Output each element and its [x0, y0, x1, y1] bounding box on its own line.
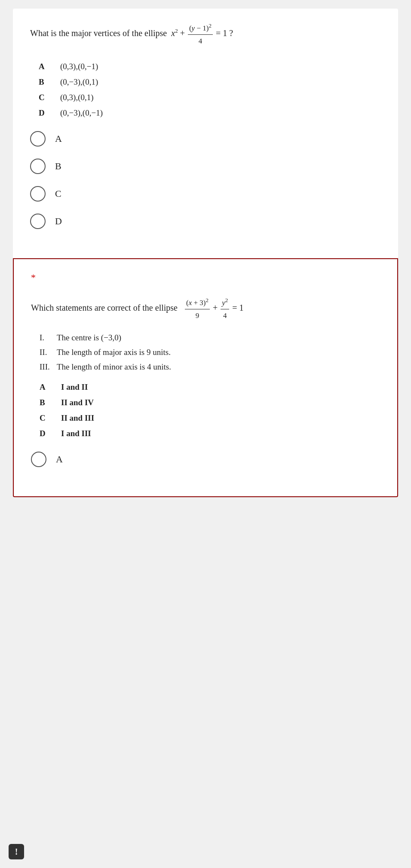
q2-statements: I. The centre is (−3,0) II. The length o…	[31, 333, 380, 372]
q2-opt-label-B: B	[31, 395, 57, 410]
q1-radio-circle-A[interactable]	[30, 131, 46, 147]
q1-opt-value-D: (0,−3),(0,−1)	[56, 105, 381, 121]
q1-options-table: A (0,3),(0,−1) B (0,−3),(0,1) C (0,3),(0…	[30, 59, 381, 121]
q2-radio-label-A: A	[56, 454, 63, 465]
q1-opt-label-C: C	[30, 90, 56, 105]
question-1-text: What is the major vertices of the ellips…	[30, 21, 381, 47]
q2-opt-value-C: II and III	[57, 410, 380, 426]
q1-option-A: A (0,3),(0,−1)	[30, 59, 381, 74]
q2-text-before: Which statements are correct of the elli…	[31, 303, 178, 312]
q1-opt-value-B: (0,−3),(0,1)	[56, 74, 381, 90]
q2-radio-group: A	[31, 452, 380, 467]
q2-option-B: B II and IV	[31, 395, 380, 410]
q2-opt-value-D: I and III	[57, 426, 380, 441]
q2-stmt-num-I: I.	[31, 333, 57, 342]
q1-opt-value-A: (0,3),(0,−1)	[56, 59, 381, 74]
q1-radio-A[interactable]: A	[30, 131, 381, 147]
q2-stmt-num-III: III.	[31, 362, 57, 372]
q1-opt-value-C: (0,3),(0,1)	[56, 90, 381, 105]
q2-stmt-text-I: The centre is (−3,0)	[57, 333, 121, 342]
q2-stmt-num-II: II.	[31, 348, 57, 357]
q2-option-C: C II and III	[31, 410, 380, 426]
q2-equation: (x + 3)2 9 + y2 4 = 1	[180, 303, 244, 312]
q1-option-B: B (0,−3),(0,1)	[30, 74, 381, 90]
q1-radio-B[interactable]: B	[30, 159, 381, 174]
q2-opt-label-C: C	[31, 410, 57, 426]
q2-radio-circle-A[interactable]	[31, 452, 46, 467]
q1-radio-circle-D[interactable]	[30, 214, 46, 229]
q2-opt-value-B: II and IV	[57, 395, 380, 410]
question-1-card: What is the major vertices of the ellips…	[13, 9, 398, 258]
q1-radio-label-B: B	[55, 161, 61, 172]
question-2-card: * Which statements are correct of the el…	[13, 258, 398, 498]
q1-radio-D[interactable]: D	[30, 214, 381, 229]
question-2-text: Which statements are correct of the elli…	[31, 296, 380, 321]
q1-radio-circle-C[interactable]	[30, 186, 46, 202]
q1-radio-label-C: C	[55, 188, 61, 199]
q1-opt-label-D: D	[30, 105, 56, 121]
q2-radio-A[interactable]: A	[31, 452, 380, 467]
q1-radio-circle-B[interactable]	[30, 159, 46, 174]
q2-stmt-text-II: The length of major axis is 9 units.	[57, 348, 171, 357]
q2-option-D: D I and III	[31, 426, 380, 441]
q2-statement-I: I. The centre is (−3,0)	[31, 333, 380, 342]
q2-options-table: A I and II B II and IV C II and III D I …	[31, 379, 380, 441]
q2-opt-label-A: A	[31, 379, 57, 395]
q2-statement-II: II. The length of major axis is 9 units.	[31, 348, 380, 357]
page-wrapper: What is the major vertices of the ellips…	[0, 9, 411, 497]
q1-radio-C[interactable]: C	[30, 186, 381, 202]
q2-option-A: A I and II	[31, 379, 380, 395]
q2-opt-label-D: D	[31, 426, 57, 441]
q1-radio-label-A: A	[55, 133, 62, 144]
q1-opt-label-B: B	[30, 74, 56, 90]
notification-icon[interactable]: !	[9, 844, 24, 859]
q2-stmt-text-III: The length of minor axis is 4 units.	[57, 362, 171, 372]
notif-label: !	[15, 847, 18, 857]
q1-text-after: ?	[229, 28, 233, 38]
q2-statement-III: III. The length of minor axis is 4 units…	[31, 362, 380, 372]
q1-option-D: D (0,−3),(0,−1)	[30, 105, 381, 121]
q1-option-C: C (0,3),(0,1)	[30, 90, 381, 105]
q1-equation: x2 + (y − 1)2 4 = 1	[169, 28, 229, 38]
q1-opt-label-A: A	[30, 59, 56, 74]
q2-opt-value-A: I and II	[57, 379, 380, 395]
q1-radio-group: A B C D	[30, 131, 381, 229]
q1-radio-label-D: D	[55, 216, 62, 227]
q1-text-before: What is the major vertices of the ellips…	[30, 28, 167, 38]
required-asterisk: *	[31, 272, 380, 283]
